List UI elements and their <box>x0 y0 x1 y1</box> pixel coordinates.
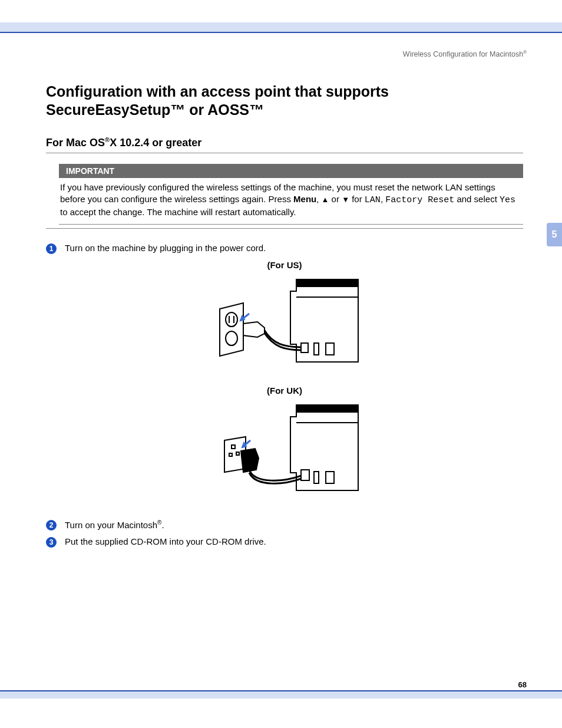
step-3-text: Put the supplied CD-ROM into your CD-ROM… <box>65 536 266 546</box>
step-bullet-3: 3 <box>46 537 57 548</box>
or-text: or <box>329 194 342 204</box>
step-2-text: Turn on your Macintosh®. <box>65 519 164 530</box>
svg-rect-4 <box>301 343 308 353</box>
menu-key: Menu <box>293 194 316 204</box>
step-bullet-2: 2 <box>46 520 57 531</box>
arrow-up-icon: ▲ <box>322 195 329 204</box>
and-select: and select <box>454 194 500 204</box>
svg-rect-9 <box>296 405 358 412</box>
figure-us-caption: (For US) <box>46 260 523 270</box>
yes-mono: Yes <box>500 195 515 205</box>
section-subtitle: For Mac OS®X 10.2.4 or greater <box>46 136 523 153</box>
registered-mark: ® <box>523 50 527 55</box>
step-2-pre: Turn on your Macintosh <box>65 520 157 530</box>
sep1: , <box>316 194 321 204</box>
step-2: 2 Turn on your Macintosh®. <box>46 519 523 531</box>
important-header: IMPORTANT <box>59 164 523 178</box>
figure-us-illustration <box>208 274 361 370</box>
running-head-text: Wireless Configuration for Macintosh <box>403 50 523 58</box>
subtitle-sup: ® <box>105 136 110 143</box>
for-text: for <box>349 194 365 204</box>
svg-rect-2 <box>326 343 334 355</box>
chapter-tab: 5 <box>547 223 562 246</box>
step-1: 1 Turn on the machine by plugging in the… <box>46 243 523 254</box>
page-number: 68 <box>518 680 527 689</box>
bottom-decorative-rule <box>0 690 562 699</box>
svg-rect-3 <box>314 343 319 355</box>
arrow-down-icon: ▼ <box>342 195 349 204</box>
svg-rect-13 <box>301 470 309 480</box>
factory-reset-mono: Factory Reset <box>385 195 454 205</box>
subtitle-pre: For Mac OS <box>46 137 105 149</box>
important-label: IMPORTANT <box>66 166 114 176</box>
main-content: Configuration with an access point that … <box>46 83 523 554</box>
step-3: 3 Put the supplied CD-ROM into your CD-R… <box>46 536 523 548</box>
step-1-text: Turn on the machine by plugging in the p… <box>65 243 266 253</box>
sep2: , <box>381 194 385 204</box>
svg-rect-0 <box>296 279 358 286</box>
svg-rect-11 <box>326 472 334 483</box>
important-body: If you have previously configured the wi… <box>59 178 523 225</box>
page-title: Configuration with an access point that … <box>46 83 523 120</box>
step-bullet-1: 1 <box>46 243 57 254</box>
figure-uk: (For UK) <box>46 386 523 502</box>
figure-uk-caption: (For UK) <box>46 386 523 396</box>
subtitle-post: X 10.2.4 or greater <box>110 137 201 149</box>
step-2-post: . <box>161 520 164 530</box>
svg-rect-12 <box>314 472 319 483</box>
lan-mono: LAN <box>365 195 381 205</box>
important-body-post: to accept the change. The machine will r… <box>60 207 296 217</box>
figure-us: (For US) <box>46 260 523 370</box>
top-decorative-rule <box>0 22 562 33</box>
running-head: Wireless Configuration for Macintosh® <box>403 50 527 58</box>
important-callout: IMPORTANT If you have previously configu… <box>59 164 523 225</box>
figure-uk-illustration <box>208 399 361 502</box>
steps-list: 1 Turn on the machine by plugging in the… <box>46 243 523 548</box>
divider <box>46 228 523 229</box>
